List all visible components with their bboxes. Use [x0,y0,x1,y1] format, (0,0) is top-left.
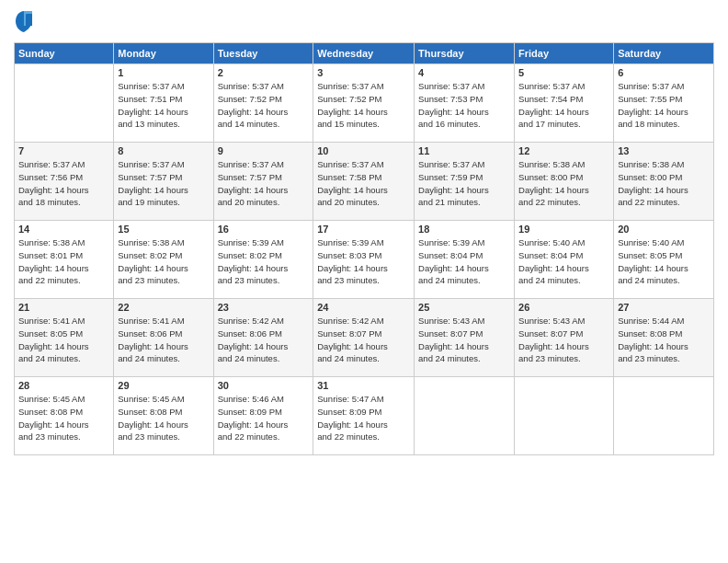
day-number: 12 [518,145,609,156]
day-detail: Sunrise: 5:46 AMSunset: 8:09 PMDaylight:… [218,393,310,443]
calendar-cell: 3Sunrise: 5:37 AMSunset: 7:52 PMDaylight… [313,64,415,143]
day-detail: Sunrise: 5:45 AMSunset: 8:08 PMDaylight:… [118,393,209,443]
calendar-week-row: 28Sunrise: 5:45 AMSunset: 8:08 PMDayligh… [15,377,714,455]
day-detail: Sunrise: 5:40 AMSunset: 8:04 PMDaylight:… [518,236,609,287]
day-number: 18 [418,224,510,235]
day-number: 21 [18,302,109,313]
calendar-cell: 5Sunrise: 5:37 AMSunset: 7:54 PMDaylight… [515,64,614,143]
day-number: 22 [118,302,209,313]
calendar-cell: 28Sunrise: 5:45 AMSunset: 8:08 PMDayligh… [15,377,114,455]
calendar-cell [515,377,614,455]
day-detail: Sunrise: 5:37 AMSunset: 7:51 PMDaylight:… [118,80,209,131]
calendar-cell: 11Sunrise: 5:37 AMSunset: 7:59 PMDayligh… [415,143,515,221]
day-number: 25 [418,302,510,313]
day-number: 23 [218,302,310,313]
calendar-day-header: Thursday [415,43,515,64]
calendar-cell: 9Sunrise: 5:37 AMSunset: 7:57 PMDaylight… [213,143,313,221]
calendar-cell: 21Sunrise: 5:41 AMSunset: 8:05 PMDayligh… [15,299,114,377]
calendar-cell: 14Sunrise: 5:38 AMSunset: 8:01 PMDayligh… [15,221,114,299]
calendar-cell: 12Sunrise: 5:38 AMSunset: 8:00 PMDayligh… [515,143,614,221]
day-number: 16 [218,224,310,235]
calendar-cell: 29Sunrise: 5:45 AMSunset: 8:08 PMDayligh… [114,377,213,455]
calendar-week-row: 21Sunrise: 5:41 AMSunset: 8:05 PMDayligh… [15,299,714,377]
calendar-header-row: SundayMondayTuesdayWednesdayThursdayFrid… [15,43,714,64]
calendar-day-header: Friday [515,43,614,64]
day-detail: Sunrise: 5:37 AMSunset: 7:55 PMDaylight:… [618,80,710,131]
day-number: 27 [618,302,710,313]
day-number: 10 [317,145,410,156]
day-number: 20 [618,224,710,235]
calendar-cell: 26Sunrise: 5:43 AMSunset: 8:07 PMDayligh… [515,299,614,377]
calendar-cell: 7Sunrise: 5:37 AMSunset: 7:56 PMDaylight… [15,143,114,221]
day-number: 24 [317,302,410,313]
day-number: 30 [218,380,310,391]
calendar-cell: 31Sunrise: 5:47 AMSunset: 8:09 PMDayligh… [313,377,415,455]
day-number: 6 [618,67,710,78]
header [14,9,714,35]
day-number: 5 [518,67,609,78]
day-detail: Sunrise: 5:38 AMSunset: 8:02 PMDaylight:… [118,236,209,287]
calendar-cell: 30Sunrise: 5:46 AMSunset: 8:09 PMDayligh… [213,377,313,455]
day-detail: Sunrise: 5:45 AMSunset: 8:08 PMDaylight:… [18,393,109,443]
day-detail: Sunrise: 5:41 AMSunset: 8:06 PMDaylight:… [118,315,209,365]
day-number: 14 [18,224,109,235]
calendar-cell: 22Sunrise: 5:41 AMSunset: 8:06 PMDayligh… [114,299,213,377]
day-detail: Sunrise: 5:44 AMSunset: 8:08 PMDaylight:… [618,315,710,365]
calendar-cell [415,377,515,455]
calendar-cell: 1Sunrise: 5:37 AMSunset: 7:51 PMDaylight… [114,64,213,143]
day-number: 13 [618,145,710,156]
day-detail: Sunrise: 5:37 AMSunset: 7:58 PMDaylight:… [317,158,410,209]
day-detail: Sunrise: 5:42 AMSunset: 8:06 PMDaylight:… [218,315,310,365]
day-number: 26 [518,302,609,313]
logo [14,9,37,35]
day-number: 4 [418,67,510,78]
page: SundayMondayTuesdayWednesdayThursdayFrid… [0,0,728,563]
calendar-cell [614,377,714,455]
day-detail: Sunrise: 5:37 AMSunset: 7:53 PMDaylight:… [418,80,510,131]
calendar-cell: 25Sunrise: 5:43 AMSunset: 8:07 PMDayligh… [415,299,515,377]
calendar-day-header: Wednesday [313,43,415,64]
calendar-cell: 8Sunrise: 5:37 AMSunset: 7:57 PMDaylight… [114,143,213,221]
calendar-day-header: Saturday [614,43,714,64]
calendar-cell: 6Sunrise: 5:37 AMSunset: 7:55 PMDaylight… [614,64,714,143]
day-number: 8 [118,145,209,156]
day-detail: Sunrise: 5:37 AMSunset: 7:52 PMDaylight:… [218,80,310,131]
day-detail: Sunrise: 5:37 AMSunset: 7:56 PMDaylight:… [18,158,109,209]
calendar-cell: 16Sunrise: 5:39 AMSunset: 8:02 PMDayligh… [213,221,313,299]
day-detail: Sunrise: 5:37 AMSunset: 7:54 PMDaylight:… [518,80,609,131]
calendar-cell: 19Sunrise: 5:40 AMSunset: 8:04 PMDayligh… [515,221,614,299]
calendar-cell: 10Sunrise: 5:37 AMSunset: 7:58 PMDayligh… [313,143,415,221]
calendar-cell: 4Sunrise: 5:37 AMSunset: 7:53 PMDaylight… [415,64,515,143]
calendar-week-row: 1Sunrise: 5:37 AMSunset: 7:51 PMDaylight… [15,64,714,143]
day-detail: Sunrise: 5:43 AMSunset: 8:07 PMDaylight:… [518,315,609,365]
calendar-cell: 17Sunrise: 5:39 AMSunset: 8:03 PMDayligh… [313,221,415,299]
calendar-day-header: Monday [114,43,213,64]
day-number: 29 [118,380,209,391]
calendar-cell [15,64,114,143]
day-detail: Sunrise: 5:38 AMSunset: 8:00 PMDaylight:… [618,158,710,209]
day-detail: Sunrise: 5:37 AMSunset: 7:59 PMDaylight:… [418,158,510,209]
day-detail: Sunrise: 5:37 AMSunset: 7:52 PMDaylight:… [317,80,410,131]
day-detail: Sunrise: 5:42 AMSunset: 8:07 PMDaylight:… [317,315,410,365]
day-number: 7 [18,145,109,156]
day-number: 1 [118,67,209,78]
day-number: 11 [418,145,510,156]
calendar-day-header: Tuesday [213,43,313,64]
day-detail: Sunrise: 5:41 AMSunset: 8:05 PMDaylight:… [18,315,109,365]
calendar-cell: 24Sunrise: 5:42 AMSunset: 8:07 PMDayligh… [313,299,415,377]
calendar-cell: 18Sunrise: 5:39 AMSunset: 8:04 PMDayligh… [415,221,515,299]
day-detail: Sunrise: 5:38 AMSunset: 8:01 PMDaylight:… [18,236,109,287]
day-number: 3 [317,67,410,78]
day-number: 2 [218,67,310,78]
day-detail: Sunrise: 5:39 AMSunset: 8:04 PMDaylight:… [418,236,510,287]
calendar-week-row: 14Sunrise: 5:38 AMSunset: 8:01 PMDayligh… [15,221,714,299]
calendar-day-header: Sunday [15,43,114,64]
calendar-cell: 2Sunrise: 5:37 AMSunset: 7:52 PMDaylight… [213,64,313,143]
day-number: 15 [118,224,209,235]
calendar-table: SundayMondayTuesdayWednesdayThursdayFrid… [14,42,714,455]
day-number: 17 [317,224,410,235]
day-number: 9 [218,145,310,156]
day-detail: Sunrise: 5:47 AMSunset: 8:09 PMDaylight:… [317,393,410,443]
day-number: 31 [317,380,410,391]
calendar-cell: 27Sunrise: 5:44 AMSunset: 8:08 PMDayligh… [614,299,714,377]
